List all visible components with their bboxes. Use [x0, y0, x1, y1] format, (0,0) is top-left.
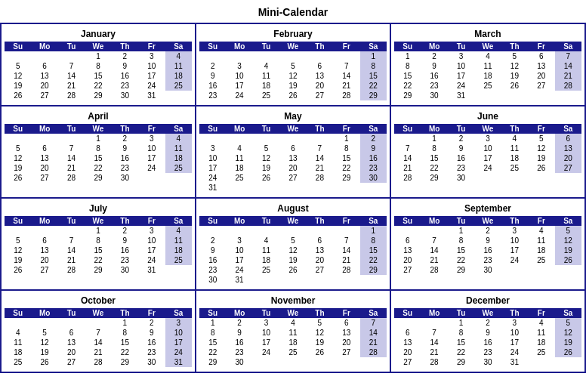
day-header: Sa: [360, 308, 387, 318]
day-cell: 7: [58, 144, 85, 153]
day-header: Fr: [138, 308, 165, 318]
day-cell: 5: [279, 61, 306, 71]
day-cell: 30: [226, 357, 252, 367]
day-cell: 4: [528, 318, 554, 328]
day-cell: 20: [31, 255, 57, 265]
day-cell: 14: [333, 71, 359, 81]
day-cell: 29: [394, 91, 421, 100]
day-cell: 12: [555, 236, 581, 245]
day-cell: 18: [253, 81, 279, 91]
day-cell: 3: [448, 51, 474, 61]
day-cell: 25: [165, 163, 192, 173]
day-cell: [199, 51, 226, 61]
day-cell: 29: [333, 173, 359, 183]
day-cell: 24: [501, 347, 528, 357]
day-cell: 30: [448, 173, 474, 183]
day-cell: 5: [528, 134, 554, 144]
day-cell: [501, 91, 528, 100]
day-cell: [31, 226, 57, 236]
day-cell: [394, 318, 421, 328]
day-cell: 22: [112, 347, 138, 357]
day-cell: 3: [253, 318, 279, 328]
day-cell: [253, 134, 279, 144]
day-cell: 25: [253, 265, 279, 275]
day-cell: 21: [307, 163, 333, 173]
day-cell: 15: [360, 71, 387, 81]
cal-table: SuMoTuWeThFrSa12345678910111213141516171…: [394, 216, 581, 275]
day-cell: 17: [448, 71, 474, 81]
day-cell: 18: [5, 347, 31, 357]
day-cell: 20: [307, 255, 333, 265]
day-cell: [333, 226, 359, 236]
day-cell: 30: [112, 91, 138, 100]
day-cell: 28: [85, 357, 111, 367]
day-cell: 12: [5, 245, 31, 255]
day-cell: [421, 226, 447, 236]
day-header: Mo: [421, 42, 447, 51]
day-cell: 6: [528, 51, 554, 61]
day-cell: 2: [138, 318, 165, 328]
day-cell: [58, 318, 85, 328]
day-cell: 19: [528, 153, 554, 163]
day-cell: 6: [394, 328, 421, 338]
day-cell: 1: [360, 226, 387, 236]
day-cell: 4: [253, 236, 279, 245]
day-header: We: [85, 308, 111, 318]
day-cell: 16: [421, 71, 447, 81]
day-cell: 21: [394, 163, 421, 173]
day-cell: 16: [112, 245, 138, 255]
day-cell: 5: [253, 144, 279, 153]
day-header: Fr: [333, 216, 359, 226]
day-header: Th: [307, 124, 333, 134]
day-cell: 8: [199, 328, 226, 338]
day-cell: 12: [279, 71, 306, 81]
day-header: Sa: [555, 124, 581, 134]
day-cell: 7: [58, 61, 85, 71]
day-cell: 15: [85, 153, 111, 163]
day-cell: 2: [474, 318, 501, 328]
day-cell: 8: [421, 144, 447, 153]
day-cell: 24: [138, 81, 165, 91]
cal-table: SuMoTuWeThFrSa12345678910111213141516171…: [5, 124, 192, 183]
cal-table: SuMoTuWeThFrSa12345678910111213141516171…: [199, 308, 387, 367]
day-cell: 31: [138, 91, 165, 100]
day-cell: 28: [58, 173, 85, 183]
day-cell: 22: [421, 163, 447, 173]
day-cell: [5, 318, 31, 328]
day-header: Tu: [253, 308, 279, 318]
day-header: Th: [501, 42, 528, 51]
day-cell: 2: [199, 236, 226, 245]
day-cell: 2: [112, 226, 138, 236]
day-cell: 11: [226, 153, 252, 163]
day-cell: 13: [394, 338, 421, 347]
day-cell: [474, 173, 501, 183]
day-cell: 12: [307, 328, 333, 338]
month-name: July: [5, 202, 192, 216]
day-cell: 23: [360, 163, 387, 173]
day-cell: 5: [501, 51, 528, 61]
day-cell: 21: [58, 81, 85, 91]
day-cell: 7: [421, 236, 447, 245]
month-block-january: JanuarySuMoTuWeThFrSa1234567891011121314…: [2, 24, 196, 106]
day-cell: 25: [253, 91, 279, 100]
day-header: We: [279, 308, 306, 318]
day-cell: 7: [421, 328, 447, 338]
day-cell: 30: [138, 357, 165, 367]
day-cell: [253, 357, 279, 367]
month-block-june: JuneSuMoTuWeThFrSa1234567891011121314151…: [391, 106, 586, 199]
day-cell: 24: [474, 163, 501, 173]
day-cell: 29: [112, 357, 138, 367]
day-cell: 1: [85, 226, 111, 236]
day-header: We: [85, 216, 111, 226]
day-cell: 18: [501, 153, 528, 163]
day-cell: 27: [394, 357, 421, 367]
day-cell: 4: [165, 51, 192, 61]
day-cell: 30: [360, 173, 387, 183]
day-cell: 11: [253, 245, 279, 255]
day-cell: 29: [85, 265, 111, 275]
day-cell: 3: [501, 318, 528, 328]
day-cell: 2: [421, 51, 447, 61]
day-cell: 5: [5, 236, 31, 245]
day-cell: 23: [421, 81, 447, 91]
day-cell: 25: [226, 173, 252, 183]
